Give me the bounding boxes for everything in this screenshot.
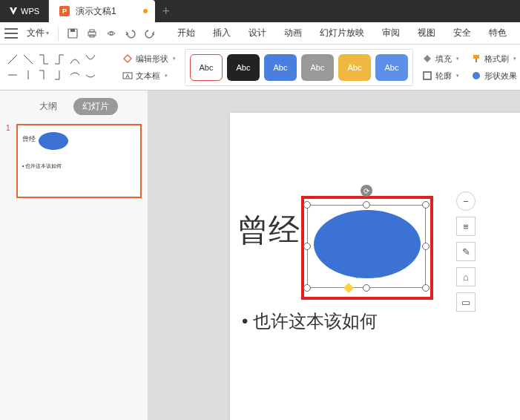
preview-icon[interactable] [105, 27, 118, 40]
slide-title[interactable]: 曾经 [237, 209, 300, 251]
resize-handle[interactable] [422, 201, 430, 209]
speech-bubble-shape[interactable] [314, 210, 421, 278]
resize-handle[interactable] [363, 201, 370, 209]
style-swatch-1[interactable]: Abc [190, 54, 223, 81]
rect-button[interactable]: ▭ [456, 292, 475, 312]
svg-point-15 [473, 72, 480, 79]
undo-icon[interactable] [124, 27, 137, 40]
floating-toolbar: − ≡ ✎ ⌂ ▭ [456, 191, 475, 312]
wps-home-tab[interactable]: WPS [0, 0, 49, 22]
slides-tab[interactable]: 幻灯片 [73, 98, 118, 115]
print-icon[interactable] [85, 27, 99, 40]
save-icon[interactable] [66, 27, 79, 40]
layers-button[interactable]: ≡ [456, 217, 475, 236]
collapse-button[interactable]: − [456, 191, 475, 211]
outline-button[interactable]: 轮廓 [419, 69, 462, 83]
slide-thumbnail[interactable]: 曾经 • 也许这本该如何 [16, 124, 142, 198]
style-swatch-2[interactable]: Abc [227, 54, 260, 81]
wps-label: WPS [21, 7, 39, 16]
svg-text:A: A [125, 73, 130, 79]
svg-rect-13 [473, 55, 479, 59]
resize-handle[interactable] [422, 243, 430, 250]
tab-design[interactable]: 设计 [240, 22, 275, 45]
thumb-bubble-shape [39, 132, 68, 150]
slide-bullet-text[interactable]: • 也许这本该如何 [242, 309, 378, 333]
separator [58, 27, 59, 40]
tab-animation[interactable]: 动画 [275, 22, 311, 45]
redo-icon[interactable] [143, 27, 157, 40]
curve-icon[interactable] [68, 53, 82, 66]
thumb-bullet: • 也许这本该如何 [22, 163, 62, 170]
edit-button[interactable]: ✎ [456, 242, 475, 261]
resize-handle[interactable] [422, 284, 430, 292]
home-button[interactable]: ⌂ [456, 267, 475, 286]
file-menu[interactable]: 文件 [22, 27, 53, 39]
tab-security[interactable]: 安全 [444, 22, 480, 45]
style-swatch-3[interactable]: Abc [264, 54, 297, 81]
shape-effects-button[interactable]: 形状效果 [468, 69, 520, 83]
resize-handle[interactable] [363, 284, 370, 292]
shape-gallery[interactable] [4, 51, 99, 83]
fill-button[interactable]: 填充 [419, 52, 462, 66]
tab-start[interactable]: 开始 [168, 22, 204, 45]
svg-rect-14 [475, 59, 477, 62]
tab-insert[interactable]: 插入 [204, 22, 240, 45]
selection-box[interactable]: ⟳ [307, 205, 426, 288]
vline-icon[interactable] [22, 68, 35, 82]
line-icon[interactable] [6, 53, 19, 66]
slide-canvas[interactable]: 曾经 • 也许这本该如何 ⟳ − ≡ ✎ ⌂ ▭ [148, 91, 520, 420]
style-swatch-4[interactable]: Abc [301, 54, 334, 81]
format-painter-button[interactable]: 格式刷 [468, 52, 520, 66]
arc-icon[interactable] [68, 68, 82, 82]
curve2-icon[interactable] [84, 53, 97, 66]
elbow2-icon[interactable] [53, 53, 66, 66]
svg-rect-12 [424, 72, 431, 79]
resize-handle[interactable] [303, 201, 311, 209]
outline-tab[interactable]: 大纲 [30, 98, 66, 115]
svg-rect-3 [90, 30, 94, 32]
style-swatch-6[interactable]: Abc [375, 54, 408, 81]
arc2-icon[interactable] [84, 68, 97, 82]
s-curve-icon[interactable] [37, 68, 50, 82]
s-curve2-icon[interactable] [53, 68, 66, 82]
document-title: 演示文稿1 [76, 5, 116, 18]
svg-line-6 [8, 55, 17, 64]
line2-icon[interactable] [22, 53, 35, 66]
new-tab-button[interactable]: + [155, 0, 177, 22]
tab-review[interactable]: 审阅 [373, 22, 409, 45]
slide-number: 1 [6, 124, 12, 198]
svg-line-7 [24, 55, 33, 64]
hamburger-icon[interactable] [4, 28, 18, 39]
tab-view[interactable]: 视图 [409, 22, 444, 45]
presentation-icon [59, 6, 70, 16]
document-tab[interactable]: 演示文稿1 [49, 0, 155, 22]
thumb-title: 曾经 [22, 134, 36, 144]
svg-rect-1 [70, 29, 75, 32]
hline-icon[interactable] [6, 68, 19, 82]
text-box-button[interactable]: A 文本框 [119, 69, 179, 83]
elbow-icon[interactable] [37, 53, 50, 66]
svg-point-5 [110, 32, 113, 35]
rotate-handle[interactable]: ⟳ [361, 185, 372, 197]
shape-style-gallery: Abc Abc Abc Abc Abc Abc [185, 49, 413, 86]
tab-special[interactable]: 特色 [480, 22, 516, 45]
edit-shape-button[interactable]: 编辑形状 [119, 52, 179, 66]
style-swatch-5[interactable]: Abc [338, 54, 371, 81]
resize-handle[interactable] [303, 243, 311, 250]
resize-handle[interactable] [303, 284, 311, 292]
tab-slideshow[interactable]: 幻灯片放映 [311, 22, 373, 45]
